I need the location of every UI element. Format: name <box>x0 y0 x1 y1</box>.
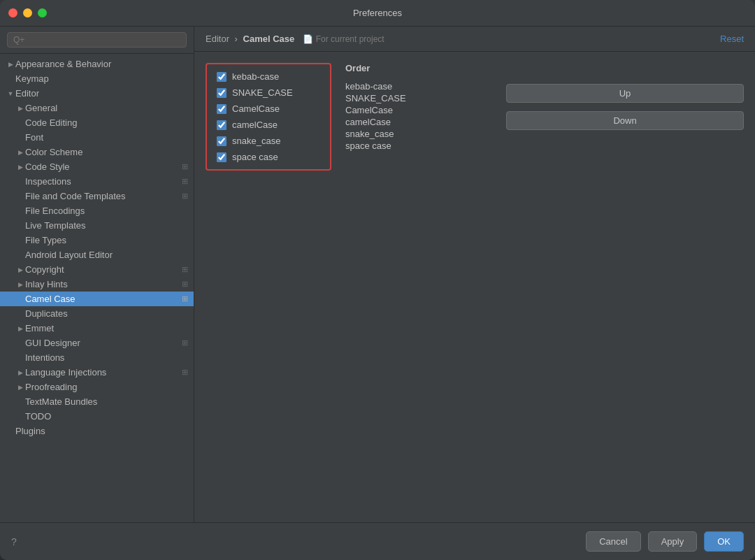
order-item: kebab-case <box>345 80 406 92</box>
checkbox-item-camelcase-lower: camelCase <box>217 120 320 130</box>
arrow-icon: ▶ <box>15 368 25 378</box>
sidebar-item-label: Appearance & Behavior <box>15 59 188 69</box>
sidebar-item-general[interactable]: ▶General <box>0 101 194 115</box>
sidebar-item-editor[interactable]: ▼Editor <box>0 86 194 101</box>
arrow-icon <box>15 192 25 201</box>
checkbox-camelcase-lower[interactable] <box>217 120 226 130</box>
minimize-button[interactable] <box>23 8 32 17</box>
copy-icon: ⊞ <box>182 280 188 289</box>
checkbox-kebab-case[interactable] <box>217 72 226 82</box>
order-container: Order kebab-caseSNAKE_CASECamelCasecamel… <box>345 63 406 511</box>
checkbox-label: CamelCase <box>232 103 280 114</box>
close-button[interactable] <box>8 8 17 17</box>
sidebar-item-label: Editor <box>15 88 188 99</box>
sidebar-item-proofreading[interactable]: ▶Proofreading <box>0 380 194 394</box>
maximize-button[interactable] <box>38 8 47 17</box>
sidebar-item-label: Duplicates <box>25 308 188 319</box>
apply-button[interactable]: Apply <box>648 531 698 552</box>
sidebar-item-inlay-hints[interactable]: ▶Inlay Hints⊞ <box>0 277 194 292</box>
ok-button[interactable]: OK <box>704 531 744 552</box>
sidebar: ▶Appearance & BehaviorKeymap▼Editor▶Gene… <box>0 27 194 522</box>
arrow-icon <box>15 397 25 407</box>
breadcrumb-current: Camel Case <box>243 34 295 44</box>
order-item: CamelCase <box>345 104 406 116</box>
arrow-icon <box>15 412 25 422</box>
order-item: snake_case <box>345 128 406 140</box>
sidebar-item-camel-case[interactable]: Camel Case⊞ <box>0 292 194 306</box>
sidebar-item-file-encodings[interactable]: File Encodings <box>0 203 194 218</box>
sidebar-item-label: Language Injections <box>25 367 179 378</box>
sidebar-item-font[interactable]: Font <box>0 130 194 145</box>
sidebar-item-label: File Encodings <box>25 206 188 216</box>
sidebar-item-intentions[interactable]: Intentions <box>0 350 194 365</box>
arrow-icon: ▶ <box>15 382 25 392</box>
checkbox-label: space case <box>232 152 278 162</box>
panel-header: Editor › Camel Case 📄 For current projec… <box>194 27 755 52</box>
footer: ? Cancel Apply OK <box>0 522 755 560</box>
checkbox-snake-case[interactable] <box>217 136 226 146</box>
search-container <box>0 27 194 54</box>
sidebar-item-inspections[interactable]: Inspections⊞ <box>0 174 194 189</box>
sidebar-item-emmet[interactable]: ▶Emmet <box>0 321 194 336</box>
project-link[interactable]: 📄 For current project <box>303 34 384 44</box>
window-title: Preferences <box>353 8 402 18</box>
breadcrumb-separator: › <box>235 34 238 44</box>
sidebar-item-label: Inlay Hints <box>25 279 179 289</box>
arrow-icon <box>15 177 25 187</box>
sidebar-item-android-layout-editor[interactable]: Android Layout Editor <box>0 247 194 262</box>
arrow-icon <box>6 74 15 84</box>
sidebar-item-code-editing[interactable]: Code Editing <box>0 115 194 130</box>
sidebar-item-gui-designer[interactable]: GUI Designer⊞ <box>0 336 194 350</box>
arrow-icon <box>15 309 25 319</box>
sidebar-item-appearance-behavior[interactable]: ▶Appearance & Behavior <box>0 57 194 71</box>
help-button[interactable]: ? <box>11 536 17 547</box>
order-item: SNAKE_CASE <box>345 92 406 104</box>
arrow-icon <box>15 133 25 143</box>
up-button[interactable]: Up <box>506 84 744 103</box>
panel-content: kebab-caseSNAKE_CASECamelCasecamelCasesn… <box>194 52 755 522</box>
sidebar-item-code-style[interactable]: ▶Code Style⊞ <box>0 159 194 174</box>
sidebar-item-live-templates[interactable]: Live Templates <box>0 218 194 233</box>
sidebar-item-label: Copyright <box>25 264 179 275</box>
copy-icon: ⊞ <box>182 192 188 201</box>
checkbox-camelcase-upper[interactable] <box>217 104 226 114</box>
copy-icon: ⊞ <box>182 338 188 347</box>
arrow-icon <box>15 118 25 128</box>
sidebar-item-file-types[interactable]: File Types <box>0 233 194 247</box>
checkbox-item-snake-case: snake_case <box>217 136 320 146</box>
reset-button[interactable]: Reset <box>720 34 744 44</box>
copy-icon: ⊞ <box>182 294 188 303</box>
sidebar-item-duplicates[interactable]: Duplicates <box>0 306 194 321</box>
breadcrumb-parent: Editor <box>206 34 229 44</box>
sidebar-item-label: Code Editing <box>25 117 188 128</box>
down-button[interactable]: Down <box>506 111 744 130</box>
sidebar-item-copyright[interactable]: ▶Copyright⊞ <box>0 262 194 277</box>
arrow-icon <box>15 236 25 245</box>
sidebar-item-textmate-bundles[interactable]: TextMate Bundles <box>0 394 194 409</box>
sidebar-item-plugins[interactable]: Plugins <box>0 424 194 438</box>
copy-icon: ⊞ <box>182 177 188 186</box>
preferences-window: Preferences ▶Appearance & BehaviorKeymap… <box>0 0 755 560</box>
copy-icon: ⊞ <box>182 162 188 171</box>
sidebar-item-todo[interactable]: TODO <box>0 409 194 424</box>
checkbox-section: kebab-caseSNAKE_CASECamelCasecamelCasesn… <box>206 63 331 171</box>
order-title: Order <box>345 63 406 73</box>
breadcrumb: Editor › Camel Case <box>206 34 294 44</box>
sidebar-item-label: Code Style <box>25 161 179 172</box>
checkbox-space-case[interactable] <box>217 152 226 162</box>
sidebar-item-keymap[interactable]: Keymap <box>0 71 194 86</box>
search-input[interactable] <box>7 32 187 48</box>
sidebar-item-color-scheme[interactable]: ▶Color Scheme <box>0 145 194 159</box>
checkbox-item-space-case: space case <box>217 152 320 162</box>
cancel-button[interactable]: Cancel <box>586 531 640 552</box>
order-item: camelCase <box>345 116 406 128</box>
checkbox-label: camelCase <box>232 120 278 130</box>
titlebar: Preferences <box>0 0 755 27</box>
sidebar-item-language-injections[interactable]: ▶Language Injections⊞ <box>0 365 194 380</box>
checkbox-snake-case-upper[interactable] <box>217 88 226 98</box>
sidebar-item-label: Font <box>25 132 188 143</box>
arrow-icon: ▶ <box>15 103 25 113</box>
sidebar-item-file-and-code-templates[interactable]: File and Code Templates⊞ <box>0 189 194 203</box>
sidebar-item-label: TextMate Bundles <box>25 396 188 407</box>
arrow-icon <box>15 250 25 260</box>
